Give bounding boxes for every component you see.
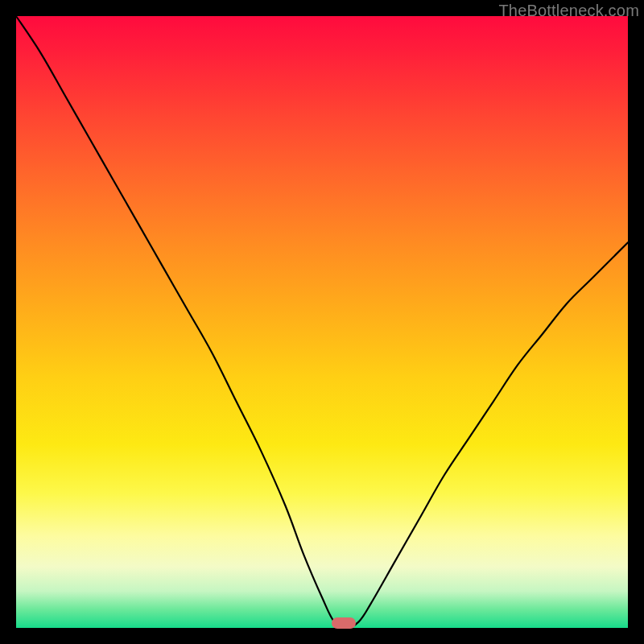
chart-frame: TheBottleneck.com — [0, 0, 644, 644]
attribution-label: TheBottleneck.com — [498, 2, 639, 20]
bottleneck-curve — [16, 16, 628, 628]
optimal-point-marker — [332, 617, 356, 629]
chart-plot-area — [16, 16, 628, 628]
